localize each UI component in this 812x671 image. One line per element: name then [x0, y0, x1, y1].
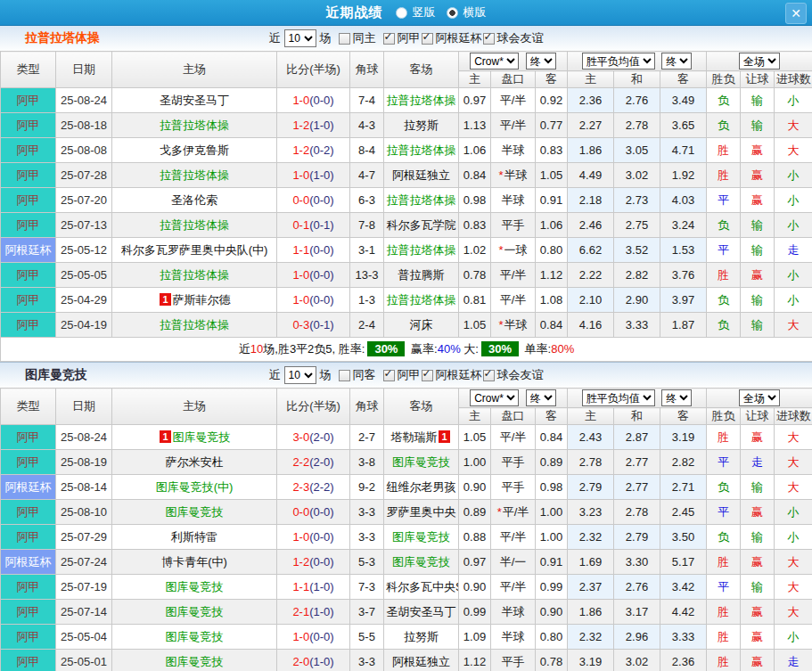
odds-source-select-2[interactable]: Crow* — [470, 389, 519, 406]
avg-lose-cell: 3.97 — [660, 288, 707, 313]
matches-table-2: 类型 日期 主场 比分(半场) 角球 客场 Crow* 终 胜平负均值 终 全场… — [0, 388, 812, 671]
corner-cell: 1-3 — [350, 288, 384, 313]
corner-cell: 13-3 — [350, 263, 384, 288]
col-corner: 角球 — [350, 389, 384, 425]
full-match-select[interactable]: 全场 — [739, 53, 780, 70]
avg-lose-cell: 3.50 — [660, 525, 707, 550]
score-cell: 1-2(0-2) — [277, 138, 350, 163]
final-odds-select-2[interactable]: 终 — [526, 389, 556, 406]
result-wdl-cell: 平 — [707, 188, 741, 213]
handicap-cell: 平手 — [491, 475, 536, 500]
avg-lose-cell: 2.71 — [660, 475, 707, 500]
league-checkbox-2-0[interactable] — [383, 370, 395, 381]
same-venue-checkbox[interactable] — [339, 33, 350, 45]
dialog-titlebar: 近期战绩 竖版 横版 ✕ — [0, 0, 812, 26]
result-wdl-cell: 平 — [707, 450, 741, 475]
avg-draw-cell: 2.96 — [614, 625, 660, 650]
score-cell: 1-0(0-0) — [277, 525, 350, 550]
vertical-layout-radio[interactable] — [396, 7, 407, 19]
result-wdl-cell: 平 — [707, 238, 741, 263]
full-match-select-2[interactable]: 全场 — [739, 389, 780, 406]
avg-win-cell: 2.37 — [568, 575, 614, 600]
league-checkbox-2-1[interactable] — [422, 370, 433, 381]
summary-part: 30% — [481, 341, 519, 356]
home-cell: 拉普拉塔体操 — [112, 213, 277, 238]
avg-select-2[interactable]: 胜平负均值 — [582, 389, 655, 406]
score-cell: 3-0(2-0) — [277, 425, 350, 450]
final-avg-select-2[interactable]: 终 — [661, 389, 692, 406]
avg-select[interactable]: 胜平负均值 — [582, 53, 655, 70]
sub-handicap: 盘口 — [491, 408, 536, 425]
score-cell: 0-1(0-1) — [277, 213, 350, 238]
league-checkbox-0[interactable] — [383, 33, 395, 45]
handicap-cell: 半球 — [491, 188, 536, 213]
result-goal-cell: 大 — [775, 450, 812, 475]
corner-cell: 4-3 — [350, 113, 384, 138]
avg-win-cell: 2.36 — [568, 88, 614, 113]
sub-result-handicap: 让球 — [741, 408, 775, 425]
home-cell: 利斯特雷 — [112, 525, 277, 550]
summary-row: 近10场,胜3平2负5, 胜率:30% 赢率:40% 大:30% 单率:80% — [1, 338, 812, 362]
odds-home-cell: 1.05 — [459, 425, 491, 450]
final-avg-select[interactable]: 终 — [661, 53, 692, 70]
near-count-select[interactable]: 10 — [284, 29, 316, 47]
odds-away-cell: 0.98 — [536, 475, 568, 500]
away-cell: 拉普拉塔体操 — [384, 238, 459, 263]
date-cell: 25-08-19 — [56, 450, 112, 475]
avg-draw-cell: 2.90 — [614, 288, 660, 313]
horizontal-layout-label: 横版 — [463, 4, 487, 20]
odds-away-cell: 0.91 — [536, 188, 568, 213]
date-cell: 25-08-18 — [56, 113, 112, 138]
date-cell: 25-07-24 — [56, 550, 112, 575]
horizontal-layout-radio[interactable] — [447, 7, 458, 19]
handicap-cell: *平/半 — [491, 500, 536, 525]
home-cell: 戈多伊克鲁斯 — [112, 138, 277, 163]
league-checkbox-1[interactable] — [422, 33, 433, 45]
away-cell: 拉普拉塔体操 — [384, 138, 459, 163]
score-cell: 1-0(0-0) — [277, 625, 350, 650]
result-goal-cell: 大 — [775, 475, 812, 500]
avg-win-cell: 2.46 — [568, 213, 614, 238]
odds-home-cell: 0.98 — [459, 188, 491, 213]
league-checkbox-2[interactable] — [483, 33, 495, 45]
near-count-select-2[interactable]: 10 — [284, 366, 316, 384]
avg-lose-cell: 2.36 — [660, 650, 707, 671]
date-cell: 25-08-24 — [56, 88, 112, 113]
close-button[interactable]: ✕ — [785, 3, 807, 24]
avg-lose-cell: 3.49 — [660, 88, 707, 113]
result-handicap-cell: 输 — [741, 238, 775, 263]
col-corner: 角球 — [350, 52, 384, 88]
handicap-cell: 平/半 — [491, 525, 536, 550]
avg-lose-cell: 3.42 — [660, 575, 707, 600]
away-cell: 纽维尔老男孩 — [384, 475, 459, 500]
table-row: 阿甲25-07-29利斯特雷1-0(0-0)3-3图库曼竞技0.88平/半1.0… — [1, 525, 812, 550]
avg-win-cell: 2.78 — [568, 450, 614, 475]
away-cell: 拉普拉塔体操 — [384, 188, 459, 213]
odds-source-select[interactable]: Crow* — [470, 53, 519, 70]
table-row: 阿甲25-08-18拉普拉塔体操1-2(1-0)4-3拉努斯1.13平/半0.7… — [1, 113, 812, 138]
filter-bar-1: 近 10 场 ✓ 同主 ✓ 阿甲 ✓ 阿根廷杯 ✓ 球会友谊 — [269, 29, 544, 47]
table-row: 阿甲25-05-04图库曼竞技1-0(0-0)5-5拉努斯1.09半球0.802… — [1, 625, 812, 650]
away-cell: 图库曼竞技 — [384, 450, 459, 475]
score-cell: 1-1(1-0) — [277, 575, 350, 600]
away-cell: 拉努斯 — [384, 113, 459, 138]
avg-draw-cell: 3.05 — [614, 138, 660, 163]
avg-draw-cell: 2.76 — [614, 575, 660, 600]
league-checkbox-2-2[interactable] — [483, 370, 495, 381]
corner-cell: 7-3 — [350, 575, 384, 600]
score-cell: 2-0(1-0) — [277, 650, 350, 671]
avg-draw-cell: 3.52 — [614, 238, 660, 263]
handicap-cell: 平/半 — [491, 113, 536, 138]
home-cell: 1图库曼竞技 — [112, 425, 277, 450]
handicap-cell: 半球 — [491, 625, 536, 650]
corner-cell: 3-7 — [350, 600, 384, 625]
avg-lose-cell: 3.33 — [660, 625, 707, 650]
handicap-cell: 半球 — [491, 600, 536, 625]
avg-win-cell: 1.86 — [568, 600, 614, 625]
result-handicap-cell: 赢 — [741, 650, 775, 671]
same-venue-checkbox-2[interactable] — [339, 370, 350, 381]
avg-lose-cell: 1.92 — [660, 163, 707, 188]
matches-label: 场 — [320, 30, 332, 46]
final-odds-select[interactable]: 终 — [526, 53, 556, 70]
result-goal-cell: 大 — [775, 113, 812, 138]
